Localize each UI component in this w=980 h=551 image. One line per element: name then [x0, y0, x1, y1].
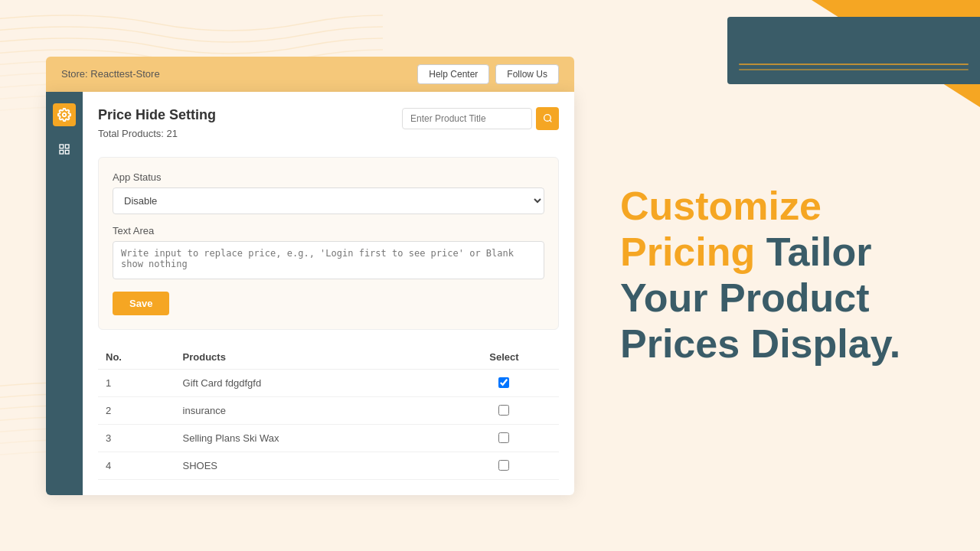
store-name: Store: Reacttest-Store: [61, 68, 160, 80]
select-checkbox[interactable]: [498, 432, 509, 443]
svg-rect-2: [60, 145, 64, 148]
row-no: 3: [98, 424, 175, 452]
select-checkbox[interactable]: [498, 460, 509, 471]
sidebar-item-grid[interactable]: [53, 138, 76, 161]
select-checkbox[interactable]: [498, 405, 509, 416]
row-select: [449, 369, 559, 396]
col-select: Select: [449, 345, 559, 370]
svg-rect-5: [65, 150, 69, 154]
row-product: SHOES: [175, 452, 449, 479]
sidebar-item-settings[interactable]: [53, 103, 76, 126]
marketing-section: Customize Pricing Tailor Your Product Pr…: [574, 184, 980, 367]
settings-card: App Status Disable Enable Text Area Save: [98, 157, 559, 330]
sidebar: [46, 92, 83, 495]
marketing-line1: Customize: [620, 184, 822, 228]
grid-icon: [58, 143, 70, 155]
svg-rect-3: [65, 145, 69, 148]
status-select[interactable]: Disable Enable: [113, 187, 544, 214]
marketing-line2-dark: Tailor: [755, 230, 871, 274]
col-products: Products: [175, 345, 449, 370]
table-row: 2 insurance: [98, 396, 559, 424]
svg-rect-4: [60, 150, 64, 154]
row-no: 1: [98, 369, 175, 396]
app-panel: Store: Reacttest-Store Help Center Follo…: [46, 57, 574, 495]
products-table: No. Products Select 1 Gift Card fdgdfgfd: [98, 345, 559, 480]
page-title: Price Hide Setting: [98, 107, 216, 123]
row-select: [449, 396, 559, 424]
row-no: 4: [98, 452, 175, 479]
marketing-line3: Your Product: [620, 276, 869, 320]
row-select: [449, 424, 559, 452]
select-checkbox[interactable]: [498, 377, 509, 388]
header-buttons: Help Center Follow Us: [417, 64, 559, 84]
col-no: No.: [98, 345, 175, 370]
row-product: insurance: [175, 396, 449, 424]
svg-point-1: [63, 112, 67, 116]
search-input[interactable]: [402, 108, 532, 129]
text-area-label: Text Area: [113, 225, 544, 236]
table-row: 4 SHOES: [98, 452, 559, 479]
table-row: 3 Selling Plans Ski Wax: [98, 424, 559, 452]
main-panel: Price Hide Setting Total Products: 21: [83, 92, 574, 495]
app-status-label: App Status: [113, 171, 544, 183]
marketing-line4: Prices Display.: [620, 321, 900, 366]
search-icon: [543, 113, 553, 123]
main-layout: Store: Reacttest-Store Help Center Follo…: [0, 0, 980, 551]
product-count: Total Products: 21: [98, 128, 216, 139]
app-content: Price Hide Setting Total Products: 21: [46, 92, 574, 495]
row-product: Gift Card fdgdfgfd: [175, 369, 449, 396]
settings-icon: [57, 108, 71, 122]
row-no: 2: [98, 396, 175, 424]
store-header: Store: Reacttest-Store Help Center Follo…: [46, 57, 574, 92]
search-bar: [402, 107, 559, 130]
follow-us-button[interactable]: Follow Us: [495, 64, 559, 84]
help-center-button[interactable]: Help Center: [417, 64, 489, 84]
search-button[interactable]: [536, 107, 559, 130]
marketing-line2-orange: Pricing: [620, 230, 755, 274]
text-area-input[interactable]: [113, 241, 544, 279]
marketing-heading: Customize Pricing Tailor Your Product Pr…: [620, 184, 934, 367]
save-button[interactable]: Save: [113, 292, 169, 315]
table-row: 1 Gift Card fdgdfgfd: [98, 369, 559, 396]
svg-line-7: [550, 120, 551, 122]
svg-point-6: [544, 115, 550, 122]
row-product: Selling Plans Ski Wax: [175, 424, 449, 452]
row-select: [449, 452, 559, 479]
